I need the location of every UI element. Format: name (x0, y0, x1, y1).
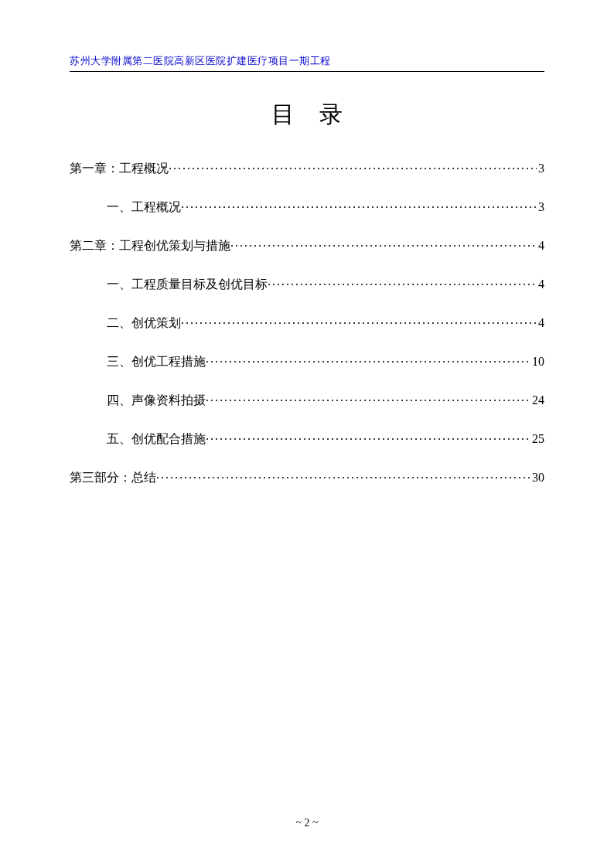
toc-dots (230, 237, 537, 250)
toc-dots (268, 276, 537, 288)
toc-entry-text: 五、创优配合措施 (107, 431, 206, 448)
toc-entry-page: 24 (530, 393, 544, 407)
toc-entry: 第一章：工程概况 3 (70, 160, 544, 177)
toc-dots (181, 315, 537, 327)
toc-entry-text: 三、创优工程措施 (107, 354, 206, 370)
toc-entry-page: 4 (537, 239, 544, 253)
toc-entry: 第三部分：总结 30 (70, 469, 544, 486)
toc-entry-page: 4 (537, 277, 544, 291)
toc-entry-page: 10 (530, 355, 544, 369)
toc-entry-text: 四、声像资料拍摄 (107, 393, 206, 409)
page-number: ~ 2 ~ (0, 817, 614, 829)
toc-entry: 一、工程质量目标及创优目标 4 (70, 276, 544, 293)
toc-entry: 三、创优工程措施 10 (70, 353, 544, 370)
toc-container: 第一章：工程概况 3 一、工程概况 3 第二章：工程创优策划与措施 4 一、工程… (70, 160, 544, 486)
toc-title: 目录 (70, 99, 544, 131)
toc-entry-text: 第三部分：总结 (70, 470, 156, 486)
toc-entry-page: 25 (530, 432, 544, 446)
toc-dots (206, 431, 530, 443)
toc-entry-text: 第一章：工程概况 (70, 161, 169, 177)
toc-entry-text: 一、工程质量目标及创优目标 (107, 277, 268, 293)
toc-entry-text: 二、创优策划 (107, 315, 181, 332)
toc-dots (156, 469, 530, 482)
toc-entry: 一、工程概况 3 (70, 199, 544, 216)
toc-dots (169, 160, 537, 172)
toc-entry: 四、声像资料拍摄 24 (70, 392, 544, 409)
toc-entry: 五、创优配合措施 25 (70, 431, 544, 448)
page-header: 苏州大学附属第二医院高新区医院扩建医疗项目一期工程 (70, 54, 544, 72)
toc-entry: 第二章：工程创优策划与措施 4 (70, 237, 544, 254)
document-page: 苏州大学附属第二医院高新区医院扩建医疗项目一期工程 目录 第一章：工程概况 3 … (0, 0, 614, 868)
toc-entry-page: 3 (537, 200, 544, 214)
toc-entry-text: 第二章：工程创优策划与措施 (70, 238, 230, 254)
toc-entry-page: 4 (537, 316, 544, 330)
toc-entry-page: 3 (537, 162, 544, 175)
toc-entry: 二、创优策划 4 (70, 315, 544, 332)
toc-dots (206, 353, 530, 366)
toc-entry-text: 一、工程概况 (107, 199, 181, 216)
toc-dots (181, 199, 537, 211)
toc-dots (206, 392, 530, 404)
toc-entry-page: 30 (530, 471, 544, 485)
